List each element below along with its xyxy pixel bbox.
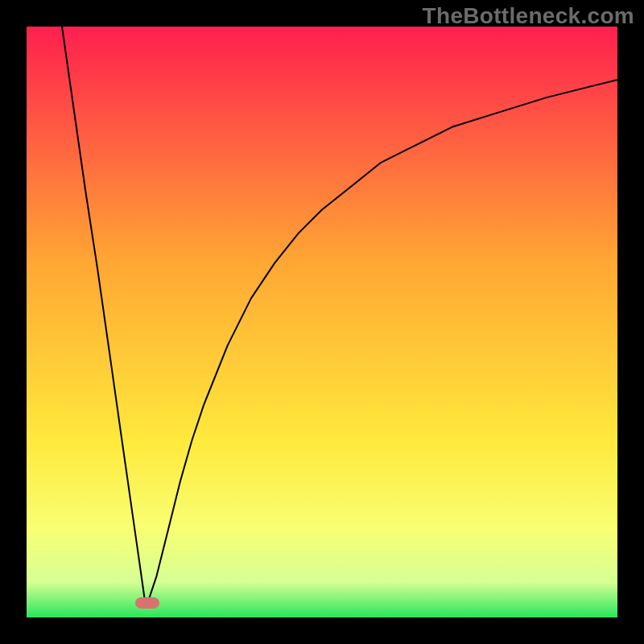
optimal-point-marker xyxy=(135,597,159,609)
chart-frame: TheBottleneck.com xyxy=(0,0,644,644)
gradient-background xyxy=(27,27,617,617)
plot-svg xyxy=(27,27,617,617)
plot-area xyxy=(27,27,617,617)
watermark-label: TheBottleneck.com xyxy=(423,3,634,29)
